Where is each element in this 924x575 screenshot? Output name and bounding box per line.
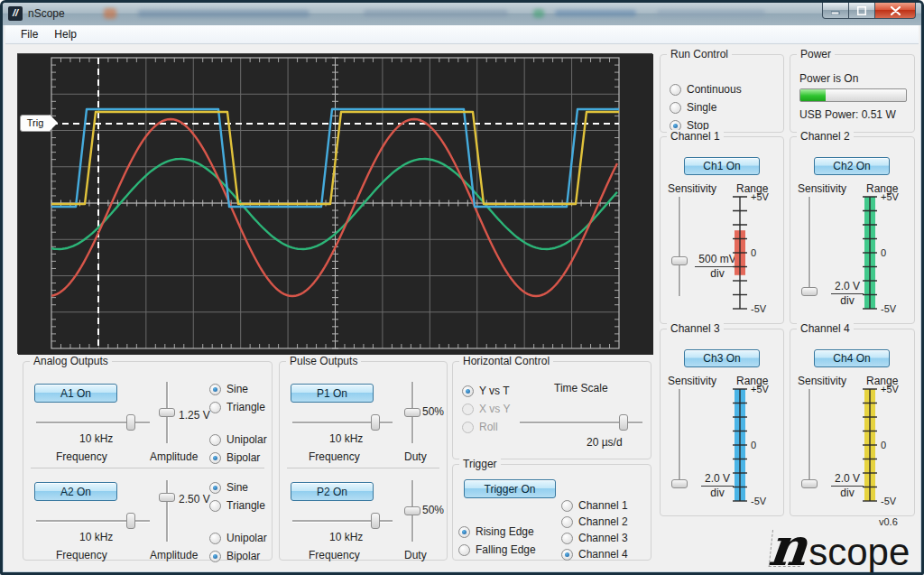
radio-label: Bipolar [226, 451, 260, 464]
titlebar-glass-smudge [364, 10, 508, 16]
channel-3-panel: Channel 3 Ch3 On Sensitivity Range 2.0 V… [660, 329, 784, 516]
radio-label: Bipolar [226, 550, 260, 562]
a2-on-button[interactable]: A2 On [34, 482, 117, 501]
ch2-sensitivity-slider[interactable] [801, 195, 818, 298]
radio-continuous[interactable]: Continuous [670, 80, 742, 98]
p1-duty-slider[interactable] [404, 380, 420, 445]
trigger-panel: Trigger Trigger On Rising EdgeFalling Ed… [452, 464, 651, 561]
a1-frequency-slider[interactable] [34, 414, 152, 431]
scope-graticule [18, 54, 653, 355]
a2-frequency-slider[interactable] [34, 513, 152, 529]
client-area: Trig Analog Outputs A1 On 10 kHz Frequen… [5, 44, 919, 570]
radio-unipolar[interactable]: Unipolar [209, 431, 267, 449]
titlebar-glass-smudge [104, 8, 116, 19]
a1-amplitude-slider[interactable] [159, 380, 175, 445]
ch4-on-button[interactable]: Ch4 On [814, 349, 890, 367]
svg-text:0: 0 [881, 440, 886, 450]
svg-text:+5V: +5V [881, 191, 900, 202]
ch3-sensitivity-slider[interactable] [671, 387, 688, 490]
radio-falling-edge[interactable]: Falling Edge [458, 541, 536, 559]
svg-text:+5V: +5V [881, 384, 900, 394]
ch4-sensitivity-slider[interactable] [801, 387, 818, 490]
radio-sine[interactable]: Sine [209, 380, 265, 398]
radio-circle-icon [561, 533, 573, 544]
a1-polarity-options: UnipolarBipolar [209, 431, 267, 467]
logo-n-glyph: n [767, 526, 809, 568]
ch3-sensitivity-slider-thumb[interactable] [671, 479, 688, 488]
time-scale-slider[interactable] [518, 414, 644, 431]
ch2-sensitivity-slider-thumb[interactable] [801, 287, 818, 296]
p1-frequency-label: Frequency [309, 450, 360, 463]
radio-label: Sine [226, 383, 248, 395]
group-title: Channel 3 [667, 322, 724, 335]
radio-channel-4[interactable]: Channel 4 [561, 546, 628, 562]
p2-frequency-slider[interactable] [291, 513, 394, 529]
radio-circle-icon [209, 384, 221, 395]
ch1-sensitivity-slider-thumb[interactable] [671, 256, 688, 265]
radio-circle-icon [209, 551, 221, 562]
ch1-sensitivity-slider[interactable] [671, 195, 688, 298]
ch4-sensitivity-slider-thumb[interactable] [801, 479, 818, 488]
radio-label: Channel 1 [578, 499, 628, 512]
power-panel: Power Power is On USB Power: 0.51 W [790, 54, 915, 133]
a1-frequency-value: 10 kHz [79, 432, 113, 445]
titlebar-glass-smudge [555, 10, 636, 16]
p2-frequency-slider-thumb[interactable] [371, 513, 380, 529]
ch2-on-button[interactable]: Ch2 On [814, 157, 890, 175]
a1-amplitude-label: Amplitude [150, 450, 198, 463]
svg-text:-5V: -5V [881, 496, 897, 506]
trigger-on-button[interactable]: Trigger On [464, 479, 556, 498]
radio-label: Single [687, 101, 716, 114]
titlebar[interactable]: // nScope [3, 3, 921, 25]
menu-file[interactable]: File [13, 26, 46, 42]
radio-label: Triangle [226, 499, 265, 512]
radio-triangle[interactable]: Triangle [209, 398, 265, 416]
maximize-button[interactable] [849, 3, 874, 19]
a1-amplitude-slider-thumb[interactable] [159, 408, 175, 417]
ch1-on-button[interactable]: Ch1 On [684, 157, 760, 175]
p2-frequency-label: Frequency [309, 549, 360, 561]
usb-power-value: USB Power: 0.51 W [799, 108, 896, 121]
radio-y-vs-t[interactable]: Y vs T [462, 382, 510, 400]
radio-rising-edge[interactable]: Rising Edge [458, 523, 536, 541]
p1-on-button[interactable]: P1 On [291, 384, 374, 403]
svg-text:+5V: +5V [751, 191, 770, 202]
slider-track[interactable] [166, 480, 168, 542]
p1-duty-slider-thumb[interactable] [404, 408, 420, 417]
trigger-edge-options: Rising EdgeFalling Edge [458, 523, 536, 559]
a2-amplitude-slider[interactable] [159, 478, 175, 543]
a2-amplitude-slider-thumb[interactable] [159, 493, 175, 502]
group-title: Analog Outputs [30, 355, 112, 367]
slider-track[interactable] [679, 197, 680, 296]
slider-track[interactable] [679, 389, 680, 488]
a1-on-button[interactable]: A1 On [34, 384, 117, 403]
radio-bipolar[interactable]: Bipolar [209, 449, 267, 467]
close-button[interactable] [874, 3, 916, 19]
ch3-on-button[interactable]: Ch3 On [684, 349, 760, 367]
p1-frequency-slider-thumb[interactable] [371, 414, 380, 431]
radio-channel-1[interactable]: Channel 1 [561, 497, 628, 514]
radio-unipolar[interactable]: Unipolar [209, 529, 267, 547]
slider-track[interactable] [808, 197, 810, 296]
radio-channel-2[interactable]: Channel 2 [561, 514, 628, 530]
time-scale-slider-thumb[interactable] [619, 414, 628, 431]
a1-frequency-slider-thumb[interactable] [126, 414, 135, 431]
menu-help[interactable]: Help [46, 26, 85, 42]
radio-channel-3[interactable]: Channel 3 [561, 530, 628, 546]
radio-single[interactable]: Single [670, 98, 742, 116]
minimize-button[interactable] [822, 3, 849, 19]
radio-bipolar[interactable]: Bipolar [209, 547, 267, 565]
a2-frequency-slider-thumb[interactable] [126, 513, 135, 529]
p1-frequency-slider[interactable] [291, 414, 394, 431]
p2-duty-slider-thumb[interactable] [404, 506, 420, 515]
radio-triangle[interactable]: Triangle [209, 496, 265, 515]
p2-duty-slider[interactable] [404, 478, 420, 543]
p2-on-button[interactable]: P2 On [291, 482, 374, 501]
scope-display[interactable]: Trig [17, 53, 652, 354]
p2-duty-value: 50% [422, 504, 444, 516]
radio-label: Channel 2 [578, 515, 628, 528]
analog-output-2-row: A2 On 10 kHz Frequency 2.50 V Amplitude … [23, 471, 272, 561]
radio-sine[interactable]: Sine [209, 478, 265, 496]
trigger-level-flag[interactable]: Trig [20, 115, 51, 132]
slider-track[interactable] [808, 389, 810, 488]
